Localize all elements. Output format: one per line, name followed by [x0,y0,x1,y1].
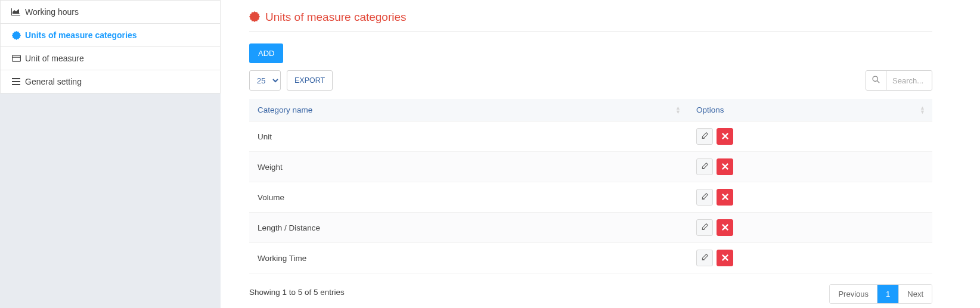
table-row: Length / Distance [249,213,932,243]
row-actions [696,189,924,206]
cell-category-name: Length / Distance [249,213,688,243]
close-icon [722,132,728,141]
sort-icon: ▲▼ [920,106,925,114]
close-icon [722,163,728,172]
sidebar-item-label: Units of measure categories [25,30,137,40]
table-head: Category name ▲▼ Options ▲▼ [249,99,932,122]
pagesize-select[interactable]: 25 [249,70,281,91]
prev-page-button[interactable]: Previous [830,285,877,303]
table-row: Weight [249,152,932,182]
delete-button[interactable] [717,250,733,266]
search-group [866,70,932,91]
sidebar-item-label: General setting [25,77,82,86]
edit-button[interactable] [696,219,713,236]
toolbar-left: 25 EXPORT [249,70,333,91]
col-header-options[interactable]: Options ▲▼ [688,99,932,122]
add-button[interactable]: ADD [249,43,283,63]
page-title-wrap: Units of measure categories [249,11,932,24]
entries-info: Showing 1 to 5 of 5 entries [249,288,345,297]
edit-icon [701,132,709,141]
cell-options [688,213,932,243]
sidebar-item-general-setting[interactable]: General setting [1,70,220,93]
area-chart-icon [11,8,21,16]
divider [249,31,932,32]
svg-rect-2 [12,78,20,79]
edit-button[interactable] [696,250,713,266]
close-icon [722,223,728,232]
svg-line-6 [877,81,880,83]
toolbar: 25 EXPORT [249,70,932,91]
sidebar-list: Working hours Units of measure categorie… [0,0,221,94]
table-footer: Showing 1 to 5 of 5 entries Previous 1 N… [249,284,932,304]
edit-icon [701,223,709,232]
cell-category-name: Weight [249,152,688,182]
pagination: Previous 1 Next [829,284,932,304]
edit-button[interactable] [696,128,713,145]
cell-options [688,243,932,273]
categories-table: Category name ▲▼ Options ▲▼ UnitWeightVo… [249,99,932,273]
table-row: Volume [249,182,932,213]
sidebar-item-uom-categories[interactable]: Units of measure categories [1,24,220,47]
cell-options [688,152,932,182]
col-header-name[interactable]: Category name ▲▼ [249,99,688,122]
svg-rect-4 [12,84,20,85]
page-title: Units of measure categories [265,11,407,24]
export-button[interactable]: EXPORT [287,70,333,91]
cell-category-name: Unit [249,122,688,152]
edit-icon [701,192,709,202]
sidebar: Working hours Units of measure categorie… [0,0,221,308]
row-actions [696,219,924,236]
svg-rect-3 [12,81,20,82]
sort-icon: ▲▼ [675,106,681,114]
row-actions [696,250,924,266]
edit-button[interactable] [696,189,713,206]
table-body: UnitWeightVolumeLength / DistanceWorking… [249,122,932,273]
next-page-button[interactable]: Next [899,285,932,303]
page-number-button[interactable]: 1 [877,285,899,303]
delete-button[interactable] [717,158,733,175]
delete-button[interactable] [717,128,733,145]
search-button[interactable] [866,71,886,90]
sidebar-item-uom[interactable]: Unit of measure [1,47,220,70]
row-actions [696,158,924,175]
certificate-icon [249,11,260,24]
sidebar-item-label: Unit of measure [25,54,84,63]
main-content: Units of measure categories ADD 25 EXPOR… [221,0,980,308]
cell-category-name: Volume [249,182,688,213]
close-icon [722,254,728,263]
table-row: Unit [249,122,932,152]
row-actions [696,128,924,145]
sidebar-item-label: Working hours [25,7,79,17]
col-header-label: Category name [258,105,312,114]
table-row: Working Time [249,243,932,273]
cell-options [688,122,932,152]
svg-rect-0 [12,55,20,61]
cell-category-name: Working Time [249,243,688,273]
svg-point-5 [873,76,877,81]
col-header-label: Options [696,105,724,114]
card-icon [11,54,21,63]
close-icon [722,193,728,202]
delete-button[interactable] [717,189,733,206]
search-input[interactable] [886,71,932,90]
edit-icon [701,162,709,172]
edit-button[interactable] [696,158,713,175]
search-icon [872,76,880,85]
sidebar-item-working-hours[interactable]: Working hours [1,1,220,24]
certificate-icon [11,31,21,39]
edit-icon [701,253,709,263]
bars-icon [11,77,21,86]
cell-options [688,182,932,213]
delete-button[interactable] [717,219,733,236]
